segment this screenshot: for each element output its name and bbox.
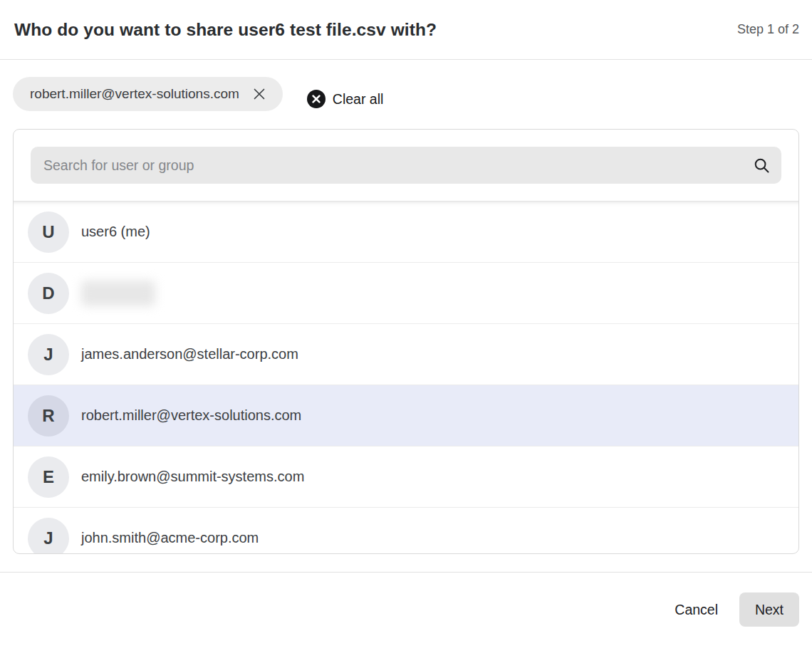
close-icon[interactable] xyxy=(251,86,267,102)
user-row[interactable]: U user6 (me) xyxy=(14,202,798,263)
avatar: J xyxy=(28,518,69,555)
redacted-name xyxy=(81,281,155,306)
user-row[interactable]: J john.smith@acme-corp.com xyxy=(14,508,798,554)
clear-all-label: Clear all xyxy=(333,91,384,108)
user-row[interactable]: R robert.miller@vertex-solutions.com xyxy=(14,385,798,446)
search-input[interactable] xyxy=(31,147,781,184)
selected-recipients-row: robert.miller@vertex-solutions.com Clear… xyxy=(13,77,799,111)
user-row[interactable]: E emily.brown@summit-systems.com xyxy=(14,446,798,508)
avatar: E xyxy=(28,456,69,498)
cancel-button[interactable]: Cancel xyxy=(657,595,735,625)
avatar: J xyxy=(28,334,69,375)
user-label: john.smith@acme-corp.com xyxy=(81,530,259,546)
clear-all-button[interactable]: Clear all xyxy=(307,90,384,108)
user-row[interactable]: J james.anderson@stellar-corp.com xyxy=(14,324,798,385)
user-label: emily.brown@summit-systems.com xyxy=(81,469,304,485)
dialog-title: Who do you want to share user6 test file… xyxy=(14,20,437,40)
avatar: D xyxy=(28,273,69,314)
user-row[interactable]: D xyxy=(14,263,798,324)
avatar: U xyxy=(28,212,69,253)
search-bar xyxy=(14,130,798,201)
circle-close-icon xyxy=(307,90,326,108)
user-label: james.anderson@stellar-corp.com xyxy=(81,346,298,362)
dialog-header: Who do you want to share user6 test file… xyxy=(0,0,812,60)
user-picker-panel: U user6 (me) D J james.anderson@stellar-… xyxy=(13,129,799,554)
step-indicator: Step 1 of 2 xyxy=(737,22,799,37)
dialog-footer: Cancel Next xyxy=(0,573,812,627)
next-button[interactable]: Next xyxy=(739,592,799,627)
user-suggestion-list: U user6 (me) D J james.anderson@stellar-… xyxy=(14,201,798,554)
user-label: user6 (me) xyxy=(81,224,150,240)
avatar: R xyxy=(28,395,69,437)
chip-label: robert.miller@vertex-solutions.com xyxy=(30,86,239,102)
user-label: robert.miller@vertex-solutions.com xyxy=(81,407,301,424)
selected-recipient-chip[interactable]: robert.miller@vertex-solutions.com xyxy=(13,77,283,111)
